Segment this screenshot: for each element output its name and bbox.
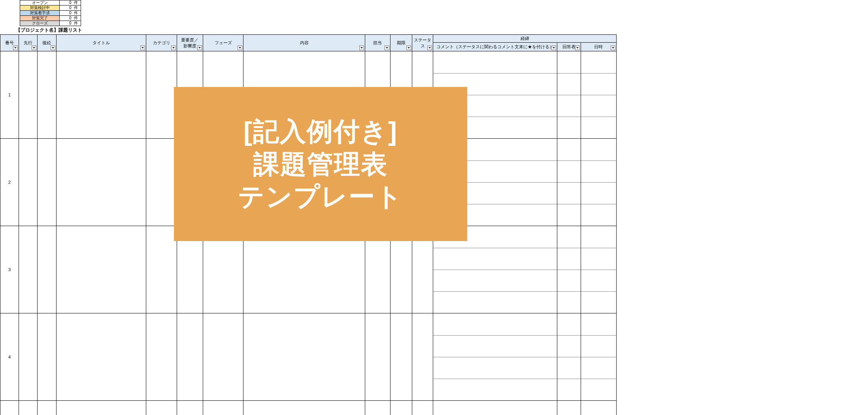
filter-icon[interactable] — [32, 45, 36, 50]
status-count: 0 — [60, 21, 73, 26]
cell-cat[interactable] — [146, 139, 177, 226]
col-comment: コメント（ステータスに関わるコメント文末に★を付ける） — [433, 43, 557, 51]
cell-num[interactable]: 4 — [0, 313, 19, 401]
cell-cat[interactable] — [146, 51, 177, 139]
cell-title[interactable] — [56, 139, 146, 226]
cell-date[interactable] — [581, 139, 616, 226]
col-phase: フェーズ — [203, 35, 243, 51]
status-unit: 件 — [73, 0, 81, 6]
filter-icon[interactable] — [238, 45, 242, 50]
cell-comment[interactable] — [433, 313, 557, 401]
col-title: タイトル — [56, 35, 146, 51]
cell-cat[interactable] — [146, 226, 177, 313]
table-row[interactable]: 5 — [0, 401, 617, 415]
status-label: オープン — [20, 0, 60, 6]
filter-icon[interactable] — [171, 45, 176, 50]
cell-title[interactable] — [56, 313, 146, 401]
cell-cat[interactable] — [146, 401, 177, 415]
filter-icon[interactable] — [427, 45, 432, 50]
table-row[interactable]: 4 — [0, 313, 617, 401]
col-date: 日時 — [581, 43, 616, 51]
cell-post[interactable] — [38, 226, 56, 313]
status-label: 対策着手済 — [20, 11, 60, 16]
watermark-overlay: [記入例付き] 課題管理表 テンプレート — [174, 87, 467, 241]
status-label: クローズ — [20, 21, 60, 26]
cell-post[interactable] — [38, 51, 56, 139]
filter-icon[interactable] — [406, 45, 411, 50]
col-post: 後続 — [38, 35, 56, 51]
status-unit: 件 — [73, 6, 81, 11]
col-pre: 先行 — [19, 35, 38, 51]
cell-title[interactable] — [56, 51, 146, 139]
status-count: 0 — [60, 0, 73, 6]
filter-icon[interactable] — [359, 45, 364, 50]
cell-status[interactable] — [412, 313, 433, 401]
status-count: 0 — [60, 6, 73, 11]
filter-icon[interactable] — [51, 45, 55, 50]
cell-num[interactable]: 1 — [0, 51, 19, 139]
cell-owner[interactable] — [365, 401, 391, 415]
cell-due[interactable] — [390, 313, 412, 401]
sheet-title: 【プロジェクト名】課題リスト — [16, 27, 617, 34]
status-unit: 件 — [73, 11, 81, 16]
col-due: 期限 — [390, 35, 412, 51]
col-resp: 回答者 — [557, 43, 581, 51]
filter-icon[interactable] — [575, 45, 580, 50]
cell-comment[interactable] — [433, 401, 557, 415]
col-num: 番号 — [0, 35, 19, 51]
cell-resp[interactable] — [557, 51, 581, 139]
cell-phase[interactable] — [203, 401, 243, 415]
filter-icon[interactable] — [140, 45, 145, 50]
filter-icon[interactable] — [551, 45, 556, 50]
col-history: 経緯 — [433, 35, 617, 43]
cell-resp[interactable] — [557, 139, 581, 226]
filter-icon[interactable] — [197, 45, 202, 50]
col-cat: カテゴリ — [146, 35, 177, 51]
cell-owner[interactable] — [365, 313, 391, 401]
cell-post[interactable] — [38, 139, 56, 226]
cell-cat[interactable] — [146, 313, 177, 401]
status-count: 0 — [60, 11, 73, 16]
cell-date[interactable] — [581, 313, 616, 401]
cell-content[interactable] — [243, 313, 365, 401]
cell-pre[interactable] — [19, 313, 38, 401]
col-owner: 担当 — [365, 35, 391, 51]
cell-pre[interactable] — [19, 401, 38, 415]
cell-pre[interactable] — [19, 226, 38, 313]
cell-title[interactable] — [56, 226, 146, 313]
filter-icon[interactable] — [13, 45, 18, 50]
cell-resp[interactable] — [557, 226, 581, 313]
cell-num[interactable]: 3 — [0, 226, 19, 313]
col-status: ステータス — [412, 35, 433, 51]
status-label: 対策検討中 — [20, 6, 60, 11]
cell-content[interactable] — [243, 401, 365, 415]
cell-due[interactable] — [390, 401, 412, 415]
filter-icon[interactable] — [385, 45, 389, 50]
cell-post[interactable] — [38, 313, 56, 401]
cell-resp[interactable] — [557, 313, 581, 401]
status-count: 0 — [60, 16, 73, 21]
cell-num[interactable]: 5 — [0, 401, 19, 415]
cell-pre[interactable] — [19, 51, 38, 139]
col-imp: 重要度／ 影響度 — [177, 35, 203, 51]
cell-resp[interactable] — [557, 401, 581, 415]
cell-phase[interactable] — [203, 313, 243, 401]
col-content: 内容 — [243, 35, 365, 51]
cell-pre[interactable] — [19, 139, 38, 226]
cell-date[interactable] — [581, 51, 616, 139]
cell-title[interactable] — [56, 401, 146, 415]
cell-status[interactable] — [412, 401, 433, 415]
status-unit: 件 — [73, 16, 81, 21]
status-label: 対策完了 — [20, 16, 60, 21]
status-summary-table: オープン0件対策検討中0件対策着手済0件対策完了0件クローズ0件 — [20, 0, 81, 26]
cell-imp[interactable] — [177, 313, 203, 401]
cell-post[interactable] — [38, 401, 56, 415]
cell-date[interactable] — [581, 226, 616, 313]
filter-icon[interactable] — [611, 45, 615, 50]
cell-date[interactable] — [581, 401, 616, 415]
cell-num[interactable]: 2 — [0, 139, 19, 226]
status-unit: 件 — [73, 21, 81, 26]
cell-imp[interactable] — [177, 401, 203, 415]
